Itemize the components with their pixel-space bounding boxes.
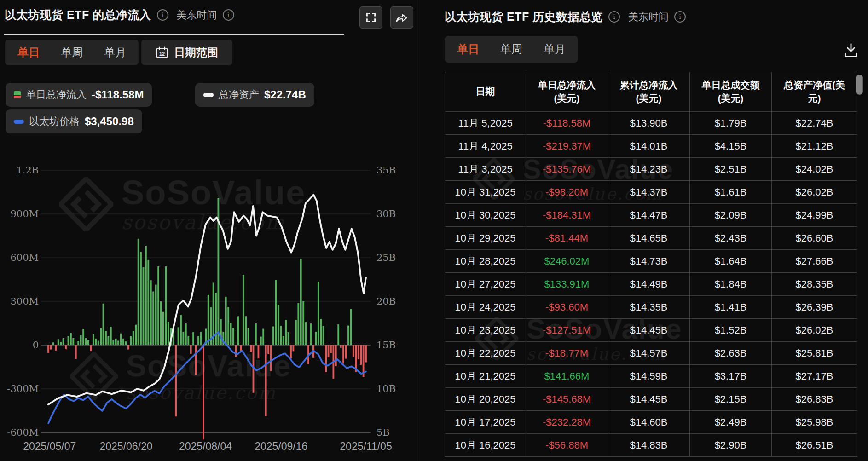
table-cell-cumulative: $14.47B — [608, 204, 690, 227]
svg-text:2025/05/07: 2025/05/07 — [23, 440, 76, 452]
table-cell-flow: $246.02M — [526, 250, 608, 273]
table-cell-cumulative: $14.65B — [608, 227, 690, 250]
table-cell-date: 11月 4,2025 — [445, 135, 526, 158]
table-cell-date: 10月 23,2025 — [445, 319, 526, 342]
table-cell-volume: $1.52B — [690, 319, 772, 342]
etf-dashboard: SoSoValuesosovalue.com SoSoValuesosovalu… — [0, 0, 868, 461]
table-cell-nav: $24.99B — [772, 204, 857, 227]
table-cell-cumulative: $14.35B — [608, 296, 690, 319]
etf-history-table: 日期单日总净流入 (美元)累计总净流入 (美元)单日总成交额 (美元)总资产净值… — [445, 72, 857, 457]
table-cell-flow: -$145.68M — [526, 388, 608, 411]
etf-flow-chart: 1.2B35B900M30B600M25B300M20B015B-300M10B… — [0, 0, 417, 461]
table-cell-date: 10月 28,2025 — [445, 250, 526, 273]
table-cell-date: 10月 30,2025 — [445, 204, 526, 227]
svg-text:300M: 300M — [10, 296, 39, 307]
table-cell-flow: -$232.28M — [526, 411, 608, 434]
table-cell-cumulative: $14.45B — [608, 388, 690, 411]
svg-text:2025/08/04: 2025/08/04 — [179, 440, 232, 452]
table-cell-nav: $22.74B — [772, 112, 857, 135]
table-title: 以太坊现货 ETF 历史数据总览 — [445, 9, 603, 24]
table-cell-cumulative: $14.23B — [608, 158, 690, 181]
table-header-cell: 单日总净流入 (美元) — [526, 72, 608, 112]
svg-text:5B: 5B — [376, 427, 390, 438]
table-cell-nav: $26.51B — [772, 434, 857, 457]
tab-weekly[interactable]: 单周 — [500, 42, 522, 57]
table-cell-date: 10月 29,2025 — [445, 227, 526, 250]
svg-text:10B: 10B — [376, 383, 396, 394]
tab-daily[interactable]: 单日 — [457, 42, 479, 57]
table-cell-volume: $1.41B — [690, 296, 772, 319]
table-cell-flow: -$93.60M — [526, 296, 608, 319]
table-cell-flow: -$98.20M — [526, 181, 608, 204]
table-cell-nav: $24.02B — [772, 158, 857, 181]
svg-text:900M: 900M — [10, 208, 39, 219]
table-cell-cumulative: $14.45B — [608, 319, 690, 342]
table-cell-flow: -$118.58M — [526, 112, 608, 135]
table-header-cell: 累计总净流入 (美元) — [608, 72, 690, 112]
table-cell-nav: $21.12B — [772, 135, 857, 158]
table-cell-cumulative: $14.01B — [608, 135, 690, 158]
tab-monthly[interactable]: 单月 — [544, 42, 566, 57]
timezone-label: 美东时间 — [628, 10, 669, 24]
table-cell-nav: $26.83B — [772, 388, 857, 411]
eth-price-line — [48, 332, 366, 423]
table-cell-date: 10月 16,2025 — [445, 434, 526, 457]
table-cell-cumulative: $14.60B — [608, 411, 690, 434]
table-header-cell: 单日总成交额 (美元) — [690, 72, 772, 112]
table-cell-cumulative: $14.57B — [608, 342, 690, 365]
svg-text:-600M: -600M — [7, 427, 39, 438]
table-cell-cumulative: $14.37B — [608, 181, 690, 204]
table-cell-date: 11月 5,2025 — [445, 112, 526, 135]
table-cell-date: 10月 21,2025 — [445, 365, 526, 388]
download-icon — [842, 41, 860, 59]
table-cell-flow: -$81.44M — [526, 227, 608, 250]
info-icon[interactable] — [674, 11, 686, 23]
table-cell-volume: $2.51B — [690, 158, 772, 181]
table-cell-volume: $3.17B — [690, 365, 772, 388]
svg-text:1.2B: 1.2B — [16, 165, 39, 176]
table-cell-cumulative: $14.59B — [608, 365, 690, 388]
table-cell-volume: $1.84B — [690, 273, 772, 296]
table-cell-volume: $2.09B — [690, 204, 772, 227]
svg-text:2025/06/20: 2025/06/20 — [99, 440, 152, 452]
table-cell-date: 10月 24,2025 — [445, 296, 526, 319]
table-cell-volume: $2.63B — [690, 342, 772, 365]
chart-x-labels: 2025/05/072025/06/202025/08/042025/09/16… — [23, 440, 392, 452]
table-cell-date: 11月 3,2025 — [445, 158, 526, 181]
table-cell-flow: $133.91M — [526, 273, 608, 296]
table-cell-cumulative: $14.49B — [608, 273, 690, 296]
table-cell-cumulative: $13.90B — [608, 112, 690, 135]
svg-text:20B: 20B — [376, 296, 396, 307]
svg-text:-300M: -300M — [7, 383, 39, 394]
table-cell-volume: $1.79B — [690, 112, 772, 135]
table-cell-volume: $2.15B — [690, 388, 772, 411]
download-button[interactable] — [842, 41, 860, 61]
right-panel-header: 以太坊现货 ETF 历史数据总览 美东时间 — [445, 9, 686, 24]
table-cell-volume: $2.49B — [690, 411, 772, 434]
svg-text:0: 0 — [33, 340, 39, 351]
netflow-bars — [47, 198, 367, 439]
svg-text:15B: 15B — [376, 340, 396, 351]
table-cell-date: 10月 27,2025 — [445, 273, 526, 296]
table-header-cell: 总资产净值(美 元) — [772, 72, 857, 112]
table-cell-date: 10月 22,2025 — [445, 342, 526, 365]
table-cell-volume: $1.64B — [690, 250, 772, 273]
svg-text:35B: 35B — [376, 165, 396, 176]
table-cell-date: 10月 17,2025 — [445, 411, 526, 434]
table-cell-flow: $141.66M — [526, 365, 608, 388]
svg-text:30B: 30B — [376, 208, 396, 219]
table-cell-volume: $4.15B — [690, 135, 772, 158]
svg-text:25B: 25B — [376, 252, 396, 263]
table-cell-flow: -$127.51M — [526, 319, 608, 342]
table-cell-flow: -$135.76M — [526, 158, 608, 181]
info-icon[interactable] — [608, 11, 620, 23]
table-cell-nav: $25.98B — [772, 411, 857, 434]
table-cell-volume: $2.90B — [690, 434, 772, 457]
table-cell-nav: $26.02B — [772, 319, 857, 342]
svg-text:2025/11/05: 2025/11/05 — [340, 440, 392, 452]
table-cell-nav: $26.39B — [772, 296, 857, 319]
table-cell-flow: -$219.37M — [526, 135, 608, 158]
table-cell-cumulative: $14.83B — [608, 434, 690, 457]
table-cell-volume: $1.61B — [690, 181, 772, 204]
table-cell-nav: $27.17B — [772, 365, 857, 388]
